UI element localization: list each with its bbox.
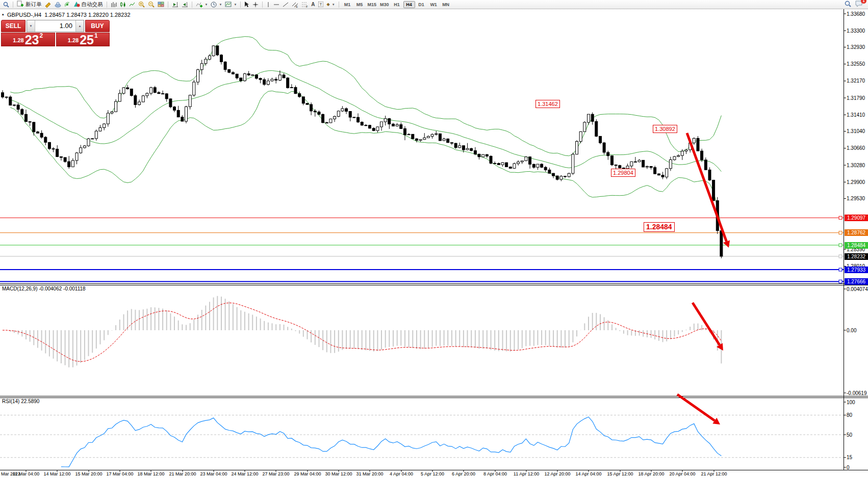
text-label-button[interactable]: T bbox=[317, 1, 325, 8]
buy-price-block[interactable]: 1.28 25 1 bbox=[56, 33, 110, 46]
timeframe-M1[interactable]: M1 bbox=[342, 1, 353, 8]
chat-button[interactable]: 1 bbox=[855, 1, 863, 8]
timeframe-toolbar: M1M5M15M30H1H4D1W1MN bbox=[342, 1, 452, 8]
fibonacci-button[interactable]: F bbox=[300, 1, 309, 8]
svg-text:E: E bbox=[296, 5, 298, 8]
toolbar-separator bbox=[13, 2, 13, 8]
date-label: 11 Apr 12:00 bbox=[514, 471, 539, 476]
buy-price-pip: 1 bbox=[94, 32, 98, 39]
navigator-icon[interactable] bbox=[63, 1, 71, 8]
volume-input[interactable]: 1.00 bbox=[35, 20, 75, 32]
date-label: 15 Mar 20:00 bbox=[75, 471, 102, 476]
trendline-button[interactable] bbox=[282, 1, 290, 8]
toolbar-separator bbox=[107, 2, 107, 8]
cursor-button[interactable] bbox=[243, 1, 250, 8]
date-label: 31 Mar 20:00 bbox=[356, 471, 383, 476]
volume-decrease-button[interactable]: ▼ bbox=[27, 20, 35, 32]
buy-price-prefix: 1.28 bbox=[68, 37, 79, 43]
tile-windows-icon[interactable] bbox=[157, 1, 165, 8]
market-watch-icon[interactable] bbox=[44, 1, 53, 8]
chevron-down-icon: ▼ bbox=[332, 3, 335, 6]
sell-button[interactable]: SELL bbox=[1, 20, 25, 32]
periods-button[interactable]: ▼ bbox=[210, 1, 223, 8]
timeframe-H4[interactable]: H4 bbox=[403, 1, 415, 8]
sell-price-prefix: 1.28 bbox=[13, 37, 23, 43]
zoom-in-icon[interactable] bbox=[137, 1, 146, 8]
candlestick-chart-icon[interactable] bbox=[119, 1, 127, 8]
timeframe-MN[interactable]: MN bbox=[440, 1, 452, 8]
search-icon[interactable] bbox=[845, 1, 851, 8]
indicators-button[interactable]: ▼ bbox=[195, 1, 209, 8]
horizontal-line-button[interactable] bbox=[272, 1, 280, 8]
price-tick: 1.32930 bbox=[847, 44, 865, 50]
price-level-label: 1.27666 bbox=[845, 278, 868, 285]
price-level-label: 1.28762 bbox=[845, 229, 868, 236]
price-tick: 1.30660 bbox=[847, 145, 865, 151]
one-click-trading-panel: SELL ▼ 1.00 ▲ BUY 1.28 23 2 1.28 25 1 bbox=[1, 20, 110, 46]
date-label: 20 Apr 04:00 bbox=[669, 471, 695, 476]
scroll-to-end-icon[interactable] bbox=[171, 1, 180, 8]
templates-button[interactable]: ▼ bbox=[224, 1, 238, 8]
timeframe-D1[interactable]: D1 bbox=[416, 1, 427, 8]
text-button[interactable]: A bbox=[310, 1, 316, 8]
price-tick: 1.31040 bbox=[847, 128, 865, 134]
chevron-down-icon: ▼ bbox=[234, 3, 237, 6]
date-label: 6 Apr 20:00 bbox=[452, 471, 475, 476]
new-order-label: 新订单 bbox=[25, 1, 42, 8]
line-chart-icon[interactable] bbox=[128, 1, 136, 8]
toolbar-separator bbox=[192, 2, 192, 8]
rsi-tick: 15 bbox=[847, 455, 852, 460]
auto-trading-button[interactable]: 自动交易 bbox=[72, 1, 104, 8]
volume-increase-button[interactable]: ▲ bbox=[75, 20, 84, 32]
date-label: 24 Mar 12:00 bbox=[231, 471, 258, 476]
timeframe-M30[interactable]: M30 bbox=[378, 1, 391, 8]
toolbar-separator bbox=[262, 2, 263, 8]
chart-title: GBPUSD-,H4 1.28457 1.28473 1.28220 1.282… bbox=[7, 12, 131, 18]
sell-price-pip: 2 bbox=[40, 32, 43, 39]
buy-button[interactable]: BUY bbox=[85, 20, 110, 32]
data-window-icon[interactable] bbox=[54, 1, 62, 8]
toolbar-separator bbox=[240, 2, 241, 8]
annotation-price-box: 1.30892 bbox=[653, 125, 677, 133]
vertical-line-button[interactable] bbox=[265, 1, 271, 8]
auto-trading-icon bbox=[73, 1, 80, 8]
equidistant-channel-button[interactable]: E bbox=[291, 1, 299, 8]
price-tick: 1.33300 bbox=[847, 28, 865, 34]
zoom-out-icon[interactable] bbox=[147, 1, 156, 8]
macd-tick: -0.00619 bbox=[847, 390, 866, 396]
chart-canvas[interactable] bbox=[0, 0, 868, 478]
rsi-tick: 100 bbox=[847, 400, 855, 405]
date-label: 4 Apr 04:00 bbox=[390, 471, 413, 476]
date-label: 21 Mar 20:00 bbox=[169, 471, 196, 476]
price-tick: 1.32170 bbox=[847, 78, 865, 84]
chevron-down-icon: ▼ bbox=[219, 3, 222, 6]
date-label: 23 Mar 04:00 bbox=[200, 471, 227, 476]
crosshair-button[interactable] bbox=[251, 1, 260, 8]
search-icon[interactable] bbox=[2, 1, 10, 8]
date-label: 11 Mar 04:00 bbox=[13, 471, 39, 476]
toolbar: 新订单 自动交易 ▼ ▼ ▼ E F A T ◆▼ bbox=[0, 0, 868, 9]
rsi-label: RSI(14) 22.5890 bbox=[2, 399, 39, 404]
price-tick: 1.31790 bbox=[847, 95, 865, 101]
bar-chart-icon[interactable] bbox=[110, 1, 118, 8]
collapse-marker-icon[interactable]: ▴ bbox=[2, 12, 4, 16]
toolbar-right: 1 bbox=[845, 1, 866, 8]
date-label: 21 Apr 12:00 bbox=[701, 471, 727, 476]
date-label: 8 Apr 04:00 bbox=[483, 471, 507, 476]
price-level-label: 1.28232 bbox=[845, 253, 868, 260]
timeframe-H1[interactable]: H1 bbox=[391, 1, 403, 8]
sell-price-block[interactable]: 1.28 23 2 bbox=[1, 33, 55, 46]
macd-tick: 0.004074 bbox=[847, 286, 868, 292]
new-order-button[interactable]: 新订单 bbox=[16, 1, 43, 8]
timeframe-W1[interactable]: W1 bbox=[428, 1, 440, 8]
date-label: 12 Apr 20:00 bbox=[544, 471, 570, 476]
rsi-tick: 50 bbox=[847, 432, 852, 438]
date-label: 5 Apr 12:00 bbox=[421, 471, 444, 476]
timeframe-M15[interactable]: M15 bbox=[366, 1, 378, 8]
chevron-down-icon: ▼ bbox=[205, 3, 208, 6]
timeframe-M5[interactable]: M5 bbox=[354, 1, 366, 8]
arrows-button[interactable]: ◆▼ bbox=[325, 1, 336, 8]
date-label: 15 Apr 12:00 bbox=[607, 471, 633, 476]
auto-scroll-icon[interactable] bbox=[181, 1, 189, 8]
price-level-label: 1.29097 bbox=[845, 215, 868, 221]
